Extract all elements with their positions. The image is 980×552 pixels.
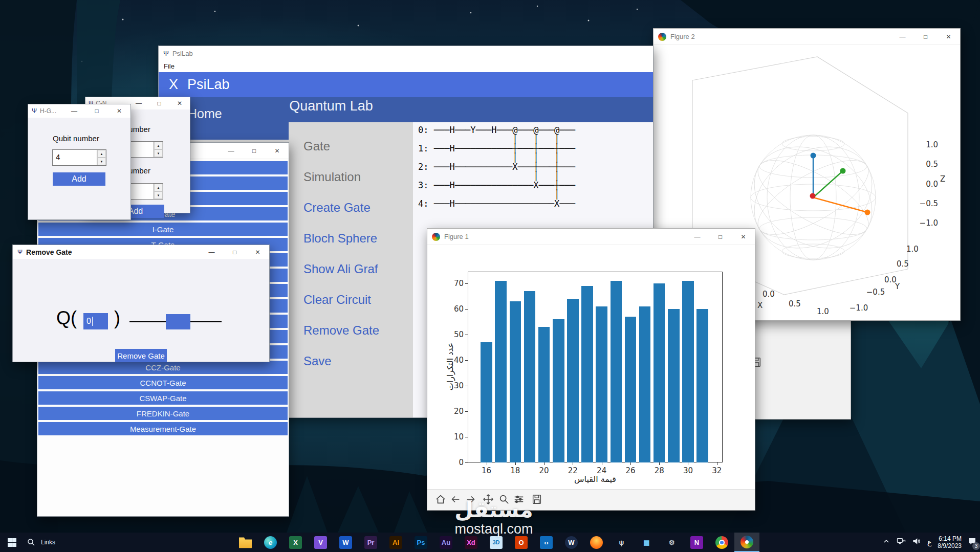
illustrator-icon: Ai bbox=[389, 536, 402, 549]
taskbar-app-excel[interactable]: X bbox=[283, 533, 308, 552]
remove-gate-button[interactable]: Remove Gate bbox=[115, 349, 167, 362]
save-icon[interactable] bbox=[530, 493, 543, 506]
taskbar-app-app-w[interactable]: W bbox=[559, 533, 584, 552]
sidebar-item-bloch-sphere[interactable]: Bloch Sphere bbox=[303, 231, 377, 246]
minimize-button[interactable]: — bbox=[891, 29, 914, 45]
gate-button-fredkin-gate[interactable]: FREDKIN-Gate bbox=[38, 407, 288, 420]
sidebar-item-simulation[interactable]: Simulation bbox=[303, 170, 361, 184]
x-axis-label: X bbox=[757, 301, 768, 310]
sidebar-item-save[interactable]: Save bbox=[303, 354, 332, 368]
gate-button-measurement-gate[interactable]: Measurement-Gate bbox=[38, 422, 288, 435]
remove-gate-dialog: Ψ Remove Gate — □ ✕ Q( 0 ) Remove Gate bbox=[12, 245, 270, 362]
close-button[interactable]: ✕ bbox=[169, 97, 190, 109]
taskbar-app-tiles-app[interactable]: ▦ bbox=[634, 533, 659, 552]
onenote-icon: N bbox=[690, 536, 703, 549]
taskbar-app-psi-app[interactable]: ψ bbox=[609, 533, 634, 552]
menu-file[interactable]: File bbox=[164, 61, 175, 72]
maximize-button[interactable]: □ bbox=[914, 29, 937, 45]
taskbar-app-premiere[interactable]: Pr bbox=[358, 533, 383, 552]
back-icon[interactable] bbox=[449, 493, 462, 506]
taskbar-app-3d-viewer[interactable]: 3D bbox=[484, 533, 509, 552]
maximize-button[interactable]: □ bbox=[223, 245, 246, 259]
close-button[interactable]: ✕ bbox=[108, 104, 130, 118]
minimize-button[interactable]: — bbox=[200, 245, 223, 259]
taskbar-app-audition[interactable]: Au bbox=[433, 533, 459, 552]
forward-icon[interactable] bbox=[464, 493, 477, 506]
taskbar-app-vscode[interactable]: ‹› bbox=[534, 533, 559, 552]
gate-button-ccnot-gate[interactable]: CCNOT-Gate bbox=[38, 376, 288, 389]
close-button[interactable]: ✕ bbox=[732, 229, 755, 245]
minimize-button[interactable]: — bbox=[63, 104, 85, 118]
home-icon[interactable] bbox=[434, 493, 447, 506]
selected-gate-box[interactable] bbox=[166, 314, 190, 329]
figure2-titlebar[interactable]: Figure 2 — □ ✕ bbox=[654, 29, 960, 45]
spinbox-value[interactable]: 4 bbox=[53, 150, 97, 165]
links-toolbar[interactable]: Links bbox=[41, 539, 55, 546]
search-icon[interactable] bbox=[27, 538, 36, 547]
taskbar-app-adobe-xd[interactable]: Xd bbox=[459, 533, 484, 552]
taskbar-app-flame[interactable] bbox=[584, 533, 609, 552]
spin-down-icon[interactable]: ▼ bbox=[97, 158, 106, 165]
zoom-icon[interactable] bbox=[497, 493, 511, 506]
figure2-title: Figure 2 bbox=[670, 33, 695, 40]
configure-subplots-icon[interactable] bbox=[512, 493, 526, 506]
qubit-number-spinbox[interactable]: 4 ▲▼ bbox=[52, 149, 106, 166]
maximize-button[interactable]: □ bbox=[85, 104, 108, 118]
maximize-button[interactable]: □ bbox=[149, 97, 169, 109]
notification-center-icon[interactable]: 3 bbox=[968, 537, 977, 548]
office-icon: O bbox=[515, 536, 528, 549]
y-tick-mark bbox=[465, 462, 468, 463]
minimize-button[interactable]: — bbox=[220, 143, 243, 159]
pan-icon[interactable] bbox=[482, 493, 495, 506]
bar bbox=[611, 281, 622, 462]
spin-up-icon[interactable]: ▲ bbox=[154, 142, 163, 149]
y-tick-label: 1.0 bbox=[902, 245, 923, 254]
close-button[interactable]: ✕ bbox=[246, 245, 269, 259]
close-button[interactable]: ✕ bbox=[937, 29, 960, 45]
taskbar-app-illustrator[interactable]: Ai bbox=[383, 533, 408, 552]
gate-button-i-gate[interactable]: I-Gate bbox=[38, 223, 288, 236]
spin-up-icon[interactable]: ▲ bbox=[154, 184, 163, 191]
taskbar-app-python-figure[interactable] bbox=[734, 533, 759, 552]
taskbar-app-edge[interactable]: e bbox=[258, 533, 283, 552]
spin-down-icon[interactable]: ▼ bbox=[154, 149, 163, 157]
hg-dialog-titlebar[interactable]: Ψ H-G... — □ ✕ bbox=[28, 104, 130, 118]
sidebar-item-show-ali-graf[interactable]: Show Ali Graf bbox=[303, 262, 378, 276]
taskbar-app-chrome[interactable] bbox=[709, 533, 734, 552]
start-button[interactable] bbox=[0, 533, 24, 552]
maximize-button[interactable]: □ bbox=[709, 229, 732, 245]
figure1-titlebar[interactable]: Figure 1 — □ ✕ bbox=[427, 229, 755, 245]
clock[interactable]: 6:14 PM 8/9/2023 bbox=[938, 535, 962, 549]
taskbar-app-office[interactable]: O bbox=[509, 533, 534, 552]
minimize-button[interactable]: — bbox=[128, 97, 149, 109]
gate-button-cswap-gate[interactable]: CSWAP-Gate bbox=[38, 391, 288, 405]
gate-button-ccz-gate[interactable]: CCZ-Gate bbox=[38, 361, 288, 374]
hg-dialog-title: H-G... bbox=[40, 107, 56, 115]
spin-down-icon[interactable]: ▼ bbox=[154, 191, 163, 199]
minimize-button[interactable]: — bbox=[686, 229, 709, 245]
remove-dialog-titlebar[interactable]: Ψ Remove Gate — □ ✕ bbox=[13, 245, 269, 259]
nav-home[interactable]: Home bbox=[188, 106, 222, 121]
qubit-index-input[interactable]: 0 bbox=[83, 313, 108, 329]
maximize-button[interactable]: □ bbox=[243, 143, 266, 159]
sidebar-item-remove-gate[interactable]: Remove Gate bbox=[303, 323, 379, 338]
taskbar-app-onenote[interactable]: N bbox=[684, 533, 709, 552]
psilab-titlebar[interactable]: Ψ PsiLab bbox=[159, 46, 653, 61]
language-indicator[interactable]: ع bbox=[927, 538, 931, 546]
sidebar-item-gate[interactable]: Gate bbox=[303, 139, 330, 153]
network-icon[interactable] bbox=[897, 537, 906, 548]
sidebar-item-create-gate[interactable]: Create Gate bbox=[303, 201, 371, 215]
close-button[interactable]: ✕ bbox=[266, 143, 289, 159]
add-button[interactable]: Add bbox=[53, 172, 105, 186]
taskbar-app-settings[interactable]: ⚙ bbox=[659, 533, 684, 552]
tray-date: 8/9/2023 bbox=[938, 542, 962, 549]
taskbar-app-photoshop[interactable]: Ps bbox=[408, 533, 433, 552]
sidebar-item-clear-circuit[interactable]: Clear Circuit bbox=[303, 293, 371, 307]
spin-up-icon[interactable]: ▲ bbox=[97, 150, 106, 158]
speaker-icon[interactable] bbox=[912, 537, 921, 548]
origin-point bbox=[810, 193, 816, 199]
taskbar-app-app-v[interactable]: V bbox=[308, 533, 333, 552]
taskbar-app-file-explorer[interactable] bbox=[233, 533, 258, 552]
tray-chevron-up-icon[interactable] bbox=[882, 537, 890, 547]
taskbar-app-word[interactable]: W bbox=[333, 533, 358, 552]
